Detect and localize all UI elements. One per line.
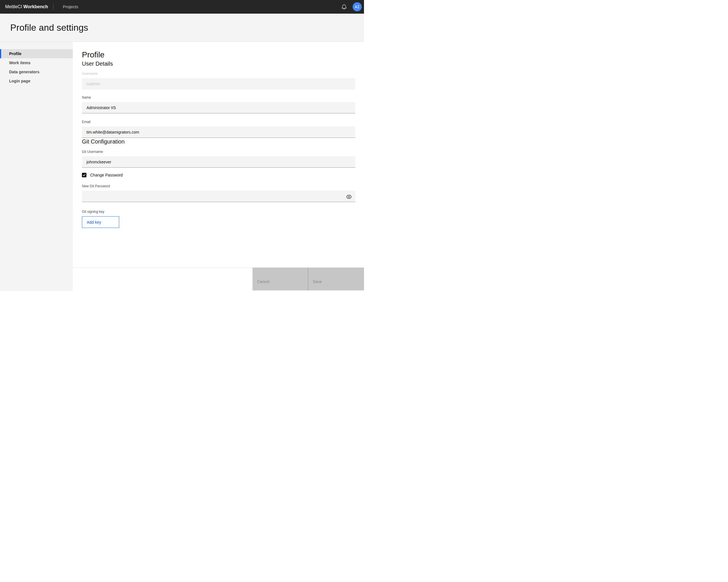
content-heading: Profile [82,50,355,60]
new-git-password-field[interactable] [82,191,355,202]
sidebar-item-label: Data generators [9,70,40,74]
app-window: MettleCI Workbench Projects AI Profile a… [0,0,364,291]
page-title-band: Profile and settings [0,13,364,42]
add-key-button[interactable]: Add key [82,216,119,228]
password-input-wrap [82,191,355,202]
brand-prefix: MettleCI [5,4,23,9]
git-configuration-heading: Git Configuration [82,138,355,145]
git-username-field[interactable] [82,156,355,168]
user-details-heading: User Details [82,60,355,67]
form-footer: Cancel Save [73,268,364,290]
git-username-field-group: Git Username [82,149,355,168]
header-actions: AI [337,0,364,13]
sidebar-item-data-generators[interactable]: Data generators [0,67,73,77]
main-content: Profile User Details Username Name Email… [73,42,364,291]
git-username-label: Git Username [82,149,355,154]
header-divider [53,3,53,10]
name-label: Name [82,95,355,100]
top-header-bar: MettleCI Workbench Projects AI [0,0,364,13]
sidebar-item-label: Work items [9,60,30,65]
email-field-group: Email [82,120,355,138]
eye-icon [346,194,352,199]
name-field[interactable] [82,102,355,113]
email-label: Email [82,120,355,124]
avatar-initials: AI [355,4,360,9]
sidebar-item-login-page[interactable]: Login page [0,77,73,86]
new-git-password-label: New Git Password [82,184,355,188]
body-row: Profile Work items Data generators Login… [0,42,364,291]
git-signing-key-group: Git signing key Add key [82,210,355,228]
brand-bold: Workbench [23,4,48,9]
checkmark-icon [83,174,85,176]
change-password-checkbox-row[interactable]: Change Password [82,173,355,177]
username-field-group: Username [82,71,355,89]
name-field-group: Name [82,95,355,113]
notifications-button[interactable] [337,0,351,13]
settings-sidebar: Profile Work items Data generators Login… [0,42,73,291]
sidebar-item-label: Profile [9,51,22,56]
save-button[interactable]: Save [308,268,364,290]
brand-title: MettleCI Workbench [0,4,53,9]
toggle-password-visibility-button[interactable] [344,192,354,202]
bell-icon [341,4,347,10]
change-password-label: Change Password [90,173,123,177]
sidebar-item-profile[interactable]: Profile [0,49,73,58]
cancel-button[interactable]: Cancel [253,268,308,290]
page-title: Profile and settings [10,23,88,33]
change-password-checkbox[interactable] [82,173,86,177]
git-signing-key-label: Git signing key [82,210,355,214]
sidebar-item-work-items[interactable]: Work items [0,58,73,67]
new-git-password-field-group: New Git Password [82,184,355,202]
profile-form: Profile User Details Username Name Email… [73,42,364,228]
nav-item-projects[interactable]: Projects [63,0,78,13]
sidebar-item-label: Login page [9,79,30,83]
username-field [82,78,355,89]
avatar[interactable]: AI [353,2,362,11]
email-field[interactable] [82,127,355,138]
username-label: Username [82,71,355,76]
